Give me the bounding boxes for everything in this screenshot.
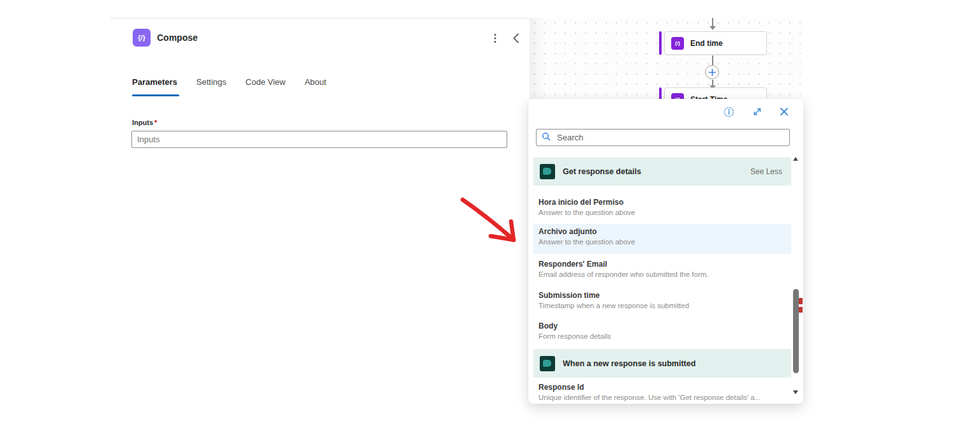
tab-about[interactable]: About	[304, 77, 326, 87]
connector-line	[712, 56, 713, 65]
active-tab-underline	[132, 94, 179, 96]
connector-line	[712, 80, 713, 85]
section-title: Get response details	[563, 167, 641, 176]
compose-node-icon: {/}	[671, 93, 684, 100]
inputs-field-container	[131, 131, 507, 148]
node-start-time[interactable]: {/} Start Time	[664, 87, 767, 99]
panel-title: Compose	[157, 33, 198, 43]
see-less-link[interactable]: See Less	[750, 167, 782, 176]
section-when-new-response[interactable]: When a new response is submitted	[533, 349, 791, 378]
required-asterisk: *	[154, 119, 157, 126]
microsoft-forms-icon	[540, 164, 555, 179]
list-item-archivo-adjunto[interactable]: Archivo adjunto Answer to the question a…	[533, 224, 791, 254]
more-options-icon[interactable]	[487, 31, 503, 46]
tab-settings[interactable]: Settings	[197, 77, 226, 87]
close-icon[interactable]	[778, 105, 791, 118]
node-end-time[interactable]: {/} End time	[664, 31, 767, 55]
compose-action-icon: {/}	[133, 29, 151, 47]
list-item-submission-time[interactable]: Submission time Timestamp when a new res…	[533, 288, 791, 316]
compose-node-icon: {/}	[671, 37, 684, 50]
section-get-response-details[interactable]: Get response details See Less	[533, 158, 791, 186]
search-icon	[542, 132, 551, 144]
tab-code-view[interactable]: Code View	[246, 77, 286, 87]
microsoft-forms-icon	[540, 356, 555, 371]
hidden-node-fragment	[799, 298, 803, 314]
connector-line	[712, 18, 713, 26]
node-accent-bar	[659, 31, 662, 55]
dynamic-content-picker: Get response details See Less Hora inici…	[528, 99, 803, 404]
scroll-up-icon[interactable]	[793, 157, 798, 161]
flow-canvas: {/} End time {/} Start Time	[530, 18, 803, 99]
info-icon[interactable]	[722, 105, 735, 118]
inputs-field-label: Inputs*	[132, 119, 157, 126]
scrollbar-thumb[interactable]	[793, 289, 799, 373]
search-box	[536, 129, 790, 146]
list-item-responders-email[interactable]: Responders' Email Email address of respo…	[533, 256, 791, 285]
list-item-response-id[interactable]: Response Id Unique identifier of the res…	[533, 380, 791, 404]
insert-action-button[interactable]	[705, 65, 719, 79]
list-item-body[interactable]: Body Form response details	[533, 318, 791, 346]
node-accent-bar	[659, 87, 662, 99]
action-properties-panel: {/} Compose Parameters Settings Code Vie…	[110, 18, 530, 436]
panel-tabs: Parameters Settings Code View About	[132, 77, 326, 87]
compose-icon-glyph: {/}	[138, 34, 145, 41]
search-input[interactable]	[556, 132, 789, 143]
section-title: When a new response is submitted	[563, 359, 695, 368]
connector-arrow-icon	[709, 26, 716, 30]
tab-parameters[interactable]: Parameters	[132, 77, 177, 87]
flow-designer-screen: {/} Compose Parameters Settings Code Vie…	[0, 0, 980, 437]
expand-icon[interactable]	[751, 105, 764, 118]
list-item-hora-inicio[interactable]: Hora inicio del Permiso Answer to the qu…	[533, 195, 791, 223]
inputs-field[interactable]	[132, 131, 507, 147]
collapse-panel-icon[interactable]	[508, 31, 523, 46]
picker-scrollbar	[792, 153, 799, 402]
scroll-down-icon[interactable]	[793, 390, 798, 394]
node-label: End time	[690, 39, 723, 48]
